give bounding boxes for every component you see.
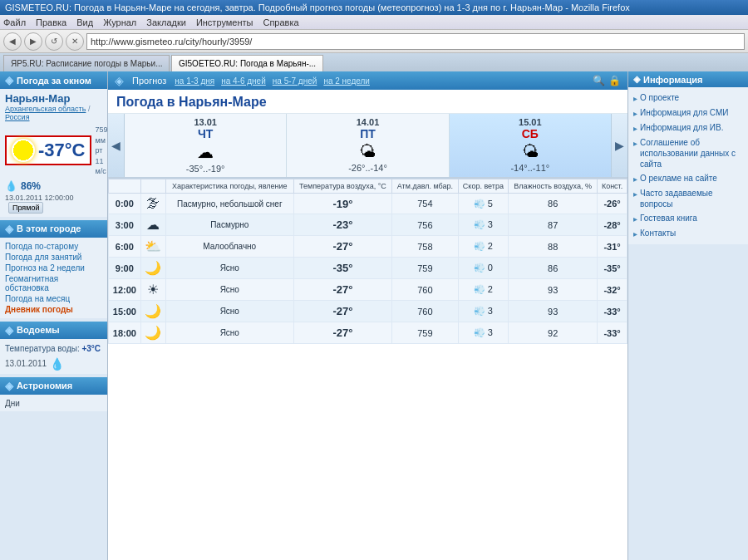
right-link-0[interactable]: ▸О проекте	[633, 91, 743, 106]
day-name-0: ЧТ	[130, 127, 281, 140]
cell-pressure: 759	[392, 322, 458, 344]
cell-condition: Ясно	[165, 322, 293, 344]
right-link-label-7: Контакты	[640, 228, 676, 238]
right-link-icon-6: ▸	[633, 214, 637, 224]
forecast-link-4-6[interactable]: на 4-6 дней	[221, 76, 266, 86]
stop-button[interactable]: ✕	[66, 32, 84, 51]
day-temps-2: -14°..-11°	[455, 163, 606, 173]
tab-1[interactable]: ЯP5.RU: Расписание погоды в Марьи...	[3, 55, 170, 71]
water-temp-value: +3°C	[81, 344, 101, 353]
right-link-4[interactable]: ▸О рекламе на сайте	[633, 171, 743, 186]
center-content: ◈ Прогноз на 1-3 дня на 4-6 дней на 5-7 …	[108, 71, 627, 560]
cell-wind: 💨 5	[458, 194, 509, 214]
right-link-label-2: Информация для ИВ.	[640, 122, 724, 133]
right-link-3[interactable]: ▸Соглашение об использовании данных с са…	[633, 135, 743, 171]
day-temps-0: -35°..-19°	[130, 164, 281, 174]
cell-wind: 💨 2	[458, 279, 509, 301]
day-next-btn[interactable]: ▶	[611, 114, 627, 177]
menu-file[interactable]: Файл	[3, 17, 26, 27]
address-bar[interactable]	[86, 33, 745, 50]
right-link-icon-5: ▸	[633, 189, 637, 199]
cell-wind: 💨 3	[458, 301, 509, 322]
forecast-nav: ◈ Прогноз на 1-3 дня на 4-6 дней на 5-7 …	[108, 71, 627, 90]
city-links-content: Погода по-старому Погода для занятий Про…	[0, 238, 107, 318]
water-icon: 💧	[50, 357, 64, 371]
right-link-label-3: Соглашение об использовании данных с сай…	[640, 137, 743, 169]
forecast-link-1-3[interactable]: на 1-3 дня	[175, 76, 214, 86]
forecast-link-2week[interactable]: на 2 недели	[323, 76, 370, 86]
pressure-value: 759	[95, 125, 107, 134]
astro-section-header: ◈ Астрономия	[0, 377, 107, 395]
col-time	[109, 179, 141, 194]
right-link-icon-2: ▸	[633, 123, 637, 134]
region-link[interactable]: Архангельская область	[5, 105, 86, 113]
current-temp-box: -37°C	[5, 135, 91, 165]
table-row: 12:00 ☀ Ясно -27° 760 💨 2 93 -32°	[109, 279, 627, 301]
astro-content: Дни	[0, 395, 107, 411]
forecast-icon: ◈	[115, 74, 124, 87]
temp-pressure-row: -37°C 759 мм рт 11 м/с	[5, 125, 102, 177]
info-label: Информация	[643, 75, 702, 85]
menu-bookmarks[interactable]: Закладки	[146, 17, 186, 27]
back-button[interactable]: ◀	[3, 32, 22, 51]
cell-feels: -33°	[598, 322, 627, 344]
tab-2[interactable]: GI5OETEO.RU: Погода в Марьян-...	[171, 55, 323, 71]
col-feels: Конст.	[598, 179, 627, 194]
cell-icon: ⛅	[140, 236, 165, 258]
water-date: 13.01.2011	[5, 359, 47, 368]
col-pressure: Атм.давл. мбар.	[392, 179, 458, 194]
menu-view[interactable]: Вид	[76, 17, 93, 27]
day-cards: 13.01 ЧТ ☁ -35°..-19° 14.01 ПТ 🌤 -26°..-…	[125, 114, 611, 177]
link-month[interactable]: Погода на месяц	[5, 293, 102, 304]
reload-button[interactable]: ↺	[45, 32, 63, 51]
datetime-btn[interactable]: Прямой	[8, 202, 43, 214]
day-icon-2: 🌤	[455, 142, 606, 161]
col-icon	[140, 179, 165, 194]
col-humidity: Влажность воздуха, %	[509, 179, 598, 194]
right-link-label-6: Гостевая книга	[640, 213, 697, 224]
right-link-1[interactable]: ▸Информация для СМИ	[633, 106, 743, 120]
table-row: 3:00 ☁ Пасмурно -23° 756 💨 3 87 -28°	[109, 214, 627, 236]
link-sport-weather[interactable]: Погода для занятий	[5, 252, 102, 263]
menu-journal[interactable]: Журнал	[103, 17, 136, 27]
right-link-2[interactable]: ▸Информация для ИВ.	[633, 120, 743, 135]
cell-wind: 💨 0	[458, 258, 509, 279]
right-sidebar: ◈ Информация ▸О проекте▸Информация для С…	[627, 71, 748, 560]
day-card-2[interactable]: 15.01 СБ 🌤 -14°..-11°	[450, 114, 611, 177]
menu-edit[interactable]: Правка	[36, 17, 66, 27]
cell-wind: 💨 2	[458, 236, 509, 258]
cell-temp: -35°	[293, 258, 392, 279]
weather-outside-header: ◈ Погода за окном	[0, 71, 107, 89]
weather-outside-section: ◈ Погода за окном Нарьян-Мар Архангельск…	[0, 71, 107, 217]
cell-time: 6:00	[109, 236, 141, 258]
cell-condition: Ясно	[165, 301, 293, 322]
forward-button[interactable]: ▶	[24, 32, 42, 51]
country-link[interactable]: Россия	[5, 113, 30, 121]
day-date-2: 15.01	[455, 117, 606, 127]
right-link-icon-7: ▸	[633, 228, 637, 239]
right-link-6[interactable]: ▸Гостевая книга	[633, 211, 743, 226]
link-diary[interactable]: Дневник погоды	[5, 304, 102, 315]
table-row: 6:00 ⛅ Малооблачно -27° 758 💨 2 88 -31°	[109, 236, 627, 258]
city-section: ◈ В этом городе Погода по-старому Погода…	[0, 220, 107, 318]
day-icon-0: ☁	[130, 142, 281, 162]
right-link-7[interactable]: ▸Контакты	[633, 226, 743, 241]
menu-help[interactable]: Справка	[263, 17, 298, 27]
forecast-link-5-7[interactable]: на 5-7 дней	[273, 76, 317, 86]
cell-humidity: 92	[509, 322, 598, 344]
cell-pressure: 758	[392, 236, 458, 258]
day-temps-1: -26°..-14°	[292, 163, 443, 173]
day-card-0[interactable]: 13.01 ЧТ ☁ -35°..-19°	[125, 114, 287, 177]
link-geomag[interactable]: Геомагнитная обстановка	[5, 273, 102, 293]
day-prev-btn[interactable]: ◀	[108, 114, 125, 177]
day-card-1[interactable]: 14.01 ПТ 🌤 -26°..-14°	[287, 114, 449, 177]
info-icon: ◈	[633, 74, 640, 85]
forecast-search-icon[interactable]: 🔍	[593, 75, 605, 86]
link-2week[interactable]: Прогноз на 2 недели	[5, 263, 102, 273]
forecast-lock-icon[interactable]: 🔒	[608, 75, 621, 86]
cell-condition: Малооблачно	[165, 236, 293, 258]
right-link-icon-4: ▸	[633, 174, 637, 184]
right-link-5[interactable]: ▸Часто задаваемые вопросы	[633, 186, 743, 211]
link-old-weather[interactable]: Погода по-старому	[5, 241, 102, 252]
menu-tools[interactable]: Инструменты	[196, 17, 253, 27]
